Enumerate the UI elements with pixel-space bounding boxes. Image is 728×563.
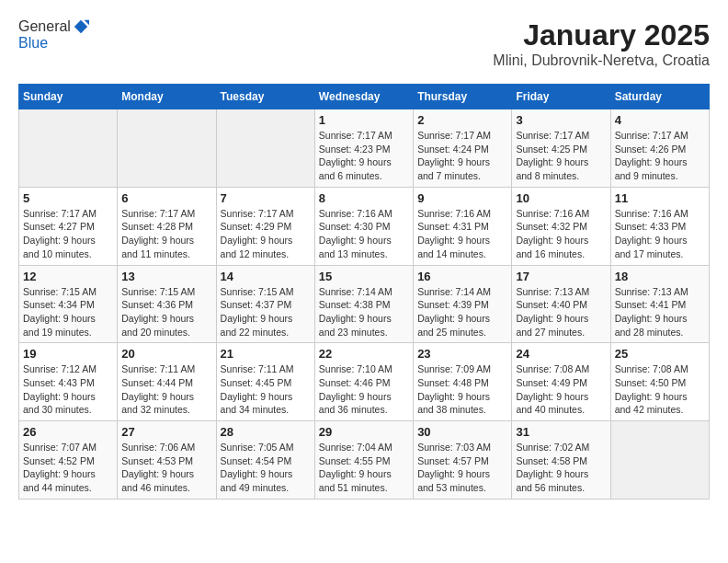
day-info: Sunrise: 7:17 AM Sunset: 4:26 PM Dayligh… [615,129,705,183]
day-cell: 24Sunrise: 7:08 AM Sunset: 4:49 PM Dayli… [512,343,610,421]
day-cell: 22Sunrise: 7:10 AM Sunset: 4:46 PM Dayli… [314,343,413,421]
day-cell: 9Sunrise: 7:16 AM Sunset: 4:31 PM Daylig… [414,187,512,265]
day-number: 29 [319,425,409,439]
day-number: 7 [221,191,311,205]
day-number: 19 [23,347,113,361]
day-cell: 21Sunrise: 7:11 AM Sunset: 4:45 PM Dayli… [216,343,314,421]
day-cell: 4Sunrise: 7:17 AM Sunset: 4:26 PM Daylig… [610,109,709,188]
day-number: 9 [417,191,507,205]
calendar-title: January 2025 [493,18,710,52]
day-number: 1 [319,113,409,127]
logo: General Blue [18,18,89,52]
day-number: 13 [121,270,211,283]
calendar-header: SundayMondayTuesdayWednesdayThursdayFrid… [19,85,710,109]
page-header: General Blue January 2025 Mlini, Dubrovn… [18,18,710,69]
day-info: Sunrise: 7:14 AM Sunset: 4:38 PM Dayligh… [319,285,409,339]
logo-icon [73,18,89,35]
svg-marker-0 [74,20,87,33]
day-info: Sunrise: 7:06 AM Sunset: 4:53 PM Dayligh… [121,441,211,495]
day-cell [118,109,216,188]
week-row-2: 5Sunrise: 7:17 AM Sunset: 4:27 PM Daylig… [19,187,710,265]
day-number: 11 [615,191,705,205]
day-info: Sunrise: 7:11 AM Sunset: 4:44 PM Dayligh… [121,362,211,417]
day-cell: 14Sunrise: 7:15 AM Sunset: 4:37 PM Dayli… [216,265,314,343]
day-info: Sunrise: 7:09 AM Sunset: 4:48 PM Dayligh… [417,362,507,417]
day-cell: 19Sunrise: 7:12 AM Sunset: 4:43 PM Dayli… [19,343,118,421]
day-number: 31 [516,425,606,439]
day-info: Sunrise: 7:07 AM Sunset: 4:52 PM Dayligh… [23,441,113,495]
calendar-subtitle: Mlini, Dubrovnik-Neretva, Croatia [493,52,710,69]
day-info: Sunrise: 7:16 AM Sunset: 4:33 PM Dayligh… [615,207,705,261]
day-cell: 1Sunrise: 7:17 AM Sunset: 4:23 PM Daylig… [314,109,413,188]
day-info: Sunrise: 7:04 AM Sunset: 4:55 PM Dayligh… [319,441,409,495]
day-cell: 10Sunrise: 7:16 AM Sunset: 4:32 PM Dayli… [512,187,610,265]
day-number: 26 [23,425,113,439]
day-info: Sunrise: 7:17 AM Sunset: 4:25 PM Dayligh… [516,129,606,183]
day-info: Sunrise: 7:02 AM Sunset: 4:58 PM Dayligh… [516,441,606,495]
day-info: Sunrise: 7:05 AM Sunset: 4:54 PM Dayligh… [221,441,311,495]
weekday-header-wednesday: Wednesday [314,85,413,109]
day-number: 27 [121,425,211,439]
day-info: Sunrise: 7:12 AM Sunset: 4:43 PM Dayligh… [23,362,113,417]
day-cell: 30Sunrise: 7:03 AM Sunset: 4:57 PM Dayli… [414,421,512,500]
day-number: 8 [319,191,409,205]
day-info: Sunrise: 7:03 AM Sunset: 4:57 PM Dayligh… [417,441,507,495]
day-cell: 12Sunrise: 7:15 AM Sunset: 4:34 PM Dayli… [19,265,118,343]
day-info: Sunrise: 7:16 AM Sunset: 4:31 PM Dayligh… [417,207,507,261]
day-info: Sunrise: 7:15 AM Sunset: 4:36 PM Dayligh… [121,285,211,339]
day-number: 20 [121,347,211,361]
day-info: Sunrise: 7:16 AM Sunset: 4:30 PM Dayligh… [319,207,409,261]
day-info: Sunrise: 7:15 AM Sunset: 4:34 PM Dayligh… [23,285,113,339]
calendar-body: 1Sunrise: 7:17 AM Sunset: 4:23 PM Daylig… [19,109,710,500]
day-info: Sunrise: 7:14 AM Sunset: 4:39 PM Dayligh… [417,285,507,339]
day-number: 2 [417,113,507,127]
weekday-header-sunday: Sunday [19,85,118,109]
week-row-1: 1Sunrise: 7:17 AM Sunset: 4:23 PM Daylig… [19,109,710,188]
day-number: 17 [516,270,606,283]
day-number: 14 [221,270,311,283]
day-info: Sunrise: 7:13 AM Sunset: 4:40 PM Dayligh… [516,285,606,339]
day-cell: 18Sunrise: 7:13 AM Sunset: 4:41 PM Dayli… [610,265,709,343]
week-row-3: 12Sunrise: 7:15 AM Sunset: 4:34 PM Dayli… [19,265,710,343]
day-cell: 25Sunrise: 7:08 AM Sunset: 4:50 PM Dayli… [610,343,709,421]
day-info: Sunrise: 7:10 AM Sunset: 4:46 PM Dayligh… [319,362,409,417]
day-cell [610,421,709,500]
weekday-header-friday: Friday [512,85,610,109]
day-cell: 31Sunrise: 7:02 AM Sunset: 4:58 PM Dayli… [512,421,610,500]
day-info: Sunrise: 7:17 AM Sunset: 4:29 PM Dayligh… [221,207,311,261]
day-number: 25 [615,347,705,361]
day-info: Sunrise: 7:17 AM Sunset: 4:24 PM Dayligh… [417,129,507,183]
day-cell: 7Sunrise: 7:17 AM Sunset: 4:29 PM Daylig… [216,187,314,265]
day-number: 10 [516,191,606,205]
day-cell: 15Sunrise: 7:14 AM Sunset: 4:38 PM Dayli… [314,265,413,343]
day-info: Sunrise: 7:08 AM Sunset: 4:50 PM Dayligh… [615,362,705,417]
day-number: 28 [221,425,311,439]
logo-general-text: General [18,18,71,35]
day-cell: 29Sunrise: 7:04 AM Sunset: 4:55 PM Dayli… [314,421,413,500]
day-cell: 11Sunrise: 7:16 AM Sunset: 4:33 PM Dayli… [610,187,709,265]
day-number: 3 [516,113,606,127]
day-number: 23 [417,347,507,361]
day-cell: 17Sunrise: 7:13 AM Sunset: 4:40 PM Dayli… [512,265,610,343]
day-cell: 8Sunrise: 7:16 AM Sunset: 4:30 PM Daylig… [314,187,413,265]
day-cell [216,109,314,188]
day-cell: 27Sunrise: 7:06 AM Sunset: 4:53 PM Dayli… [118,421,216,500]
day-cell: 28Sunrise: 7:05 AM Sunset: 4:54 PM Dayli… [216,421,314,500]
day-cell: 23Sunrise: 7:09 AM Sunset: 4:48 PM Dayli… [414,343,512,421]
day-cell: 6Sunrise: 7:17 AM Sunset: 4:28 PM Daylig… [118,187,216,265]
day-info: Sunrise: 7:17 AM Sunset: 4:27 PM Dayligh… [23,207,113,261]
day-number: 6 [121,191,211,205]
day-number: 21 [221,347,311,361]
day-info: Sunrise: 7:08 AM Sunset: 4:49 PM Dayligh… [516,362,606,417]
day-cell: 16Sunrise: 7:14 AM Sunset: 4:39 PM Dayli… [414,265,512,343]
day-number: 5 [23,191,113,205]
day-cell: 26Sunrise: 7:07 AM Sunset: 4:52 PM Dayli… [19,421,118,500]
weekday-header-thursday: Thursday [414,85,512,109]
day-info: Sunrise: 7:17 AM Sunset: 4:28 PM Dayligh… [121,207,211,261]
day-number: 15 [319,270,409,283]
day-number: 24 [516,347,606,361]
day-number: 30 [417,425,507,439]
day-cell [19,109,118,188]
day-cell: 20Sunrise: 7:11 AM Sunset: 4:44 PM Dayli… [118,343,216,421]
day-info: Sunrise: 7:17 AM Sunset: 4:23 PM Dayligh… [319,129,409,183]
